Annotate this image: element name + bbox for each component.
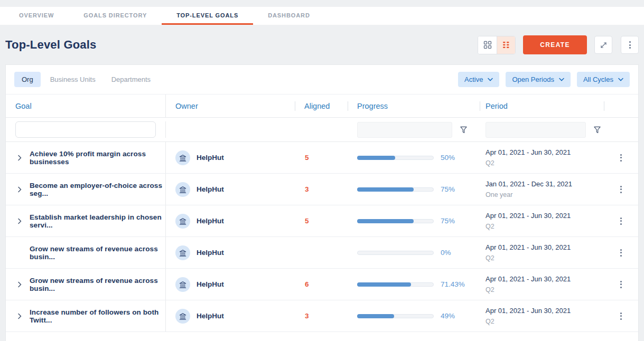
tab-overview-label: OVERVIEW [19,12,54,18]
goals-card: Org Business Units Departments Active Op… [5,64,639,341]
scope-switcher: Org Business Units Departments [14,72,157,87]
bank-icon [179,280,187,289]
row-more-button[interactable] [618,215,624,227]
goal-search-input[interactable] [15,121,156,138]
column-header-period[interactable]: Period [480,94,604,117]
tab-goals-directory-label: GOALS DIRECTORY [83,12,147,18]
owner-name[interactable]: HelpHut [197,249,224,257]
goal-table-row: Establish market leadership in chosen se… [6,205,638,237]
progress-bar [357,282,434,287]
aligned-count[interactable]: 5 [295,205,348,236]
create-button[interactable]: CREATE [523,35,587,54]
periods-dropdown[interactable]: Open Periods [506,72,571,87]
progress-bar [357,314,434,318]
row-more-button[interactable] [618,152,624,164]
column-header-aligned[interactable]: Aligned [295,94,348,117]
goal-title-link[interactable]: Establish market leadership in chosen se… [30,213,165,229]
owner-name[interactable]: HelpHut [197,312,224,320]
row-more-button[interactable] [618,247,624,259]
chevron-down-icon [559,78,564,81]
kebab-icon [627,39,633,51]
period-range: Apr 01, 2021 - Jun 30, 2021 [486,307,571,315]
goal-table-row: Grow new streams of revenue across busin… [6,269,638,300]
owner-name[interactable]: HelpHut [197,185,224,193]
owner-name[interactable]: HelpHut [197,154,224,162]
column-header-actions [604,94,638,117]
row-more-button[interactable] [618,184,624,195]
expand-chevron-icon[interactable] [16,186,23,193]
expand-chevron-icon[interactable] [16,155,23,161]
grid-view-icon [483,41,492,49]
aligned-count[interactable]: 5 [295,142,348,173]
progress-bar [357,251,434,255]
aligned-count[interactable]: 3 [295,300,348,331]
cycles-dropdown-label: All Cycles [583,75,613,83]
filter-bar: Org Business Units Departments Active Op… [6,65,638,94]
bank-icon [179,312,187,320]
progress-percent: 71.43% [441,280,465,288]
tab-goals-directory[interactable]: GOALS DIRECTORY [69,7,162,25]
period-range: Apr 01, 2021 - Jun 30, 2021 [486,148,571,156]
goal-title-link[interactable]: Grow new streams of revenue across busin… [30,245,165,261]
expand-chevron-icon[interactable] [16,281,23,288]
tab-top-level-goals[interactable]: TOP-LEVEL GOALS [162,7,253,25]
period-name: Q2 [486,223,494,230]
period-range: Apr 01, 2021 - Jun 30, 2021 [486,243,571,251]
list-view-button[interactable] [497,36,515,54]
period-name: Q2 [486,159,494,167]
row-more-button[interactable] [618,279,624,290]
period-filter-input[interactable] [486,122,586,138]
progress-filter-input[interactable] [357,122,452,138]
column-header-owner[interactable]: Owner [166,94,295,117]
bank-icon [179,154,187,162]
period-range: Jan 01, 2021 - Dec 31, 2021 [486,180,572,188]
owner-avatar [175,277,190,292]
filter-dropdowns: Active Open Periods All Cycles [458,72,630,87]
goal-title-link[interactable]: Increase number of followers on both Twi… [30,308,165,324]
period-range: Apr 01, 2021 - Jun 30, 2021 [486,275,571,283]
header-more-button[interactable] [621,36,639,54]
expand-button[interactable] [594,36,612,54]
expand-chevron-icon[interactable] [16,218,23,224]
row-more-button[interactable] [618,310,624,322]
goal-title-link[interactable]: Grow new streams of revenue across busin… [30,277,165,292]
cycles-dropdown[interactable]: All Cycles [577,72,630,87]
filter-funnel-icon[interactable] [460,126,468,134]
progress-percent: 0% [441,249,451,257]
grid-view-button[interactable] [478,36,497,54]
goal-table-row: Become an employer-of-choice across seg.… [6,174,638,205]
periods-dropdown-label: Open Periods [512,75,554,83]
status-dropdown[interactable]: Active [458,72,499,87]
owner-name[interactable]: HelpHut [197,217,224,225]
aligned-count[interactable]: 6 [295,269,348,300]
bank-icon [179,185,187,194]
column-header-goal[interactable]: Goal [6,94,166,117]
goal-title-link[interactable]: Become an employer-of-choice across seg.… [30,182,165,197]
aligned-count[interactable]: 3 [295,174,348,205]
period-range: Apr 01, 2021 - Jun 30, 2021 [486,212,571,220]
goal-rows: Achieve 10% profit margin across busines… [6,142,638,332]
owner-avatar [175,150,190,165]
list-view-icon [502,41,510,49]
tab-overview[interactable]: OVERVIEW [4,7,69,25]
filter-funnel-icon[interactable] [593,126,601,134]
owner-avatar [175,182,190,197]
table-filter-row [6,118,638,142]
top-tab-bar: OVERVIEW GOALS DIRECTORY TOP-LEVEL GOALS… [0,7,644,25]
table-header-row: Goal Owner Aligned Progress Period [6,94,638,118]
aligned-count[interactable] [295,237,348,268]
expand-chevron-icon[interactable] [16,313,23,319]
owner-name[interactable]: HelpHut [197,280,224,288]
scope-departments[interactable]: Departments [105,72,157,87]
scope-business-units[interactable]: Business Units [44,72,102,87]
scope-org[interactable]: Org [14,72,41,87]
progress-percent: 75% [441,185,455,193]
column-header-progress[interactable]: Progress [348,94,480,117]
page-header: Top-Level Goals [0,25,644,65]
bank-icon [179,217,187,225]
goal-title-link[interactable]: Achieve 10% profit margin across busines… [30,150,165,166]
progress-percent: 75% [441,217,455,225]
tab-dashboard[interactable]: DASHBOARD [253,7,325,25]
progress-bar [357,219,434,223]
page-title: Top-Level Goals [5,38,97,52]
